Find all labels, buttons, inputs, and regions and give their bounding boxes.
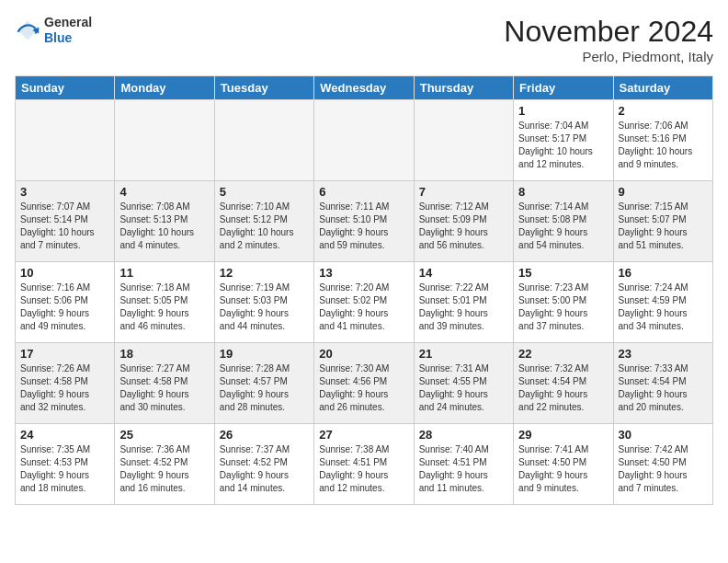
day-info: Sunrise: 7:38 AM Sunset: 4:51 PM Dayligh… [319, 443, 408, 495]
day-info: Sunrise: 7:35 AM Sunset: 4:53 PM Dayligh… [20, 443, 109, 495]
day-number: 13 [319, 266, 408, 280]
day-info: Sunrise: 7:26 AM Sunset: 4:58 PM Dayligh… [20, 362, 109, 414]
day-number: 8 [518, 185, 608, 199]
calendar-day-cell: 26Sunrise: 7:37 AM Sunset: 4:52 PM Dayli… [214, 424, 313, 505]
day-info: Sunrise: 7:24 AM Sunset: 4:59 PM Dayligh… [619, 282, 708, 333]
day-number: 29 [518, 428, 608, 442]
calendar-day-cell: 28Sunrise: 7:40 AM Sunset: 4:51 PM Dayli… [414, 424, 513, 505]
calendar-day-cell: 2Sunrise: 7:06 AM Sunset: 5:16 PM Daylig… [613, 100, 712, 181]
day-info: Sunrise: 7:15 AM Sunset: 5:07 PM Dayligh… [619, 201, 708, 252]
calendar-day-cell: 16Sunrise: 7:24 AM Sunset: 4:59 PM Dayli… [613, 262, 712, 343]
day-info: Sunrise: 7:41 AM Sunset: 4:50 PM Dayligh… [518, 443, 608, 495]
calendar-day-cell: 7Sunrise: 7:12 AM Sunset: 5:09 PM Daylig… [414, 181, 513, 262]
day-info: Sunrise: 7:23 AM Sunset: 5:00 PM Dayligh… [518, 282, 608, 333]
day-number: 27 [319, 428, 408, 442]
calendar-day-cell: 17Sunrise: 7:26 AM Sunset: 4:58 PM Dayli… [16, 343, 115, 424]
day-info: Sunrise: 7:16 AM Sunset: 5:06 PM Dayligh… [20, 282, 109, 333]
day-number: 9 [619, 185, 708, 199]
day-number: 11 [119, 266, 209, 280]
day-number: 18 [119, 347, 209, 361]
day-info: Sunrise: 7:07 AM Sunset: 5:14 PM Dayligh… [20, 201, 109, 252]
day-info: Sunrise: 7:22 AM Sunset: 5:01 PM Dayligh… [419, 282, 508, 333]
day-info: Sunrise: 7:06 AM Sunset: 5:16 PM Dayligh… [619, 120, 708, 171]
calendar-week-row: 3Sunrise: 7:07 AM Sunset: 5:14 PM Daylig… [16, 181, 713, 262]
day-info: Sunrise: 7:37 AM Sunset: 4:52 PM Dayligh… [220, 443, 309, 495]
day-info: Sunrise: 7:31 AM Sunset: 4:55 PM Dayligh… [419, 362, 508, 414]
day-info: Sunrise: 7:20 AM Sunset: 5:02 PM Dayligh… [319, 282, 408, 333]
logo-text: General Blue [44, 15, 92, 46]
day-number: 26 [220, 428, 309, 442]
day-info: Sunrise: 7:42 AM Sunset: 4:50 PM Dayligh… [619, 443, 708, 495]
month-title: November 2024 [504, 15, 713, 49]
calendar-day-cell: 30Sunrise: 7:42 AM Sunset: 4:50 PM Dayli… [613, 424, 712, 505]
weekday-header: Monday [115, 76, 214, 100]
calendar-day-cell [314, 100, 414, 181]
day-info: Sunrise: 7:30 AM Sunset: 4:56 PM Dayligh… [319, 362, 408, 414]
weekday-header: Friday [514, 76, 613, 100]
day-info: Sunrise: 7:18 AM Sunset: 5:05 PM Dayligh… [119, 282, 209, 333]
calendar-day-cell: 22Sunrise: 7:32 AM Sunset: 4:54 PM Dayli… [514, 343, 613, 424]
day-number: 30 [619, 428, 708, 442]
weekday-header: Thursday [414, 76, 513, 100]
calendar-day-cell: 27Sunrise: 7:38 AM Sunset: 4:51 PM Dayli… [314, 424, 414, 505]
calendar-day-cell: 10Sunrise: 7:16 AM Sunset: 5:06 PM Dayli… [16, 262, 115, 343]
day-info: Sunrise: 7:12 AM Sunset: 5:09 PM Dayligh… [419, 201, 508, 252]
calendar-day-cell: 11Sunrise: 7:18 AM Sunset: 5:05 PM Dayli… [115, 262, 214, 343]
day-info: Sunrise: 7:40 AM Sunset: 4:51 PM Dayligh… [419, 443, 508, 495]
calendar-day-cell: 25Sunrise: 7:36 AM Sunset: 4:52 PM Dayli… [115, 424, 214, 505]
day-number: 24 [20, 428, 109, 442]
calendar-day-cell: 14Sunrise: 7:22 AM Sunset: 5:01 PM Dayli… [414, 262, 513, 343]
day-info: Sunrise: 7:32 AM Sunset: 4:54 PM Dayligh… [518, 362, 608, 414]
day-number: 3 [20, 185, 109, 199]
calendar-day-cell: 1Sunrise: 7:04 AM Sunset: 5:17 PM Daylig… [514, 100, 613, 181]
day-number: 25 [119, 428, 209, 442]
calendar-week-row: 17Sunrise: 7:26 AM Sunset: 4:58 PM Dayli… [16, 343, 713, 424]
location: Perlo, Piedmont, Italy [504, 49, 713, 64]
day-info: Sunrise: 7:28 AM Sunset: 4:57 PM Dayligh… [220, 362, 309, 414]
day-info: Sunrise: 7:27 AM Sunset: 4:58 PM Dayligh… [119, 362, 209, 414]
calendar-day-cell: 20Sunrise: 7:30 AM Sunset: 4:56 PM Dayli… [314, 343, 414, 424]
day-number: 15 [518, 266, 608, 280]
day-number: 22 [518, 347, 608, 361]
day-number: 17 [20, 347, 109, 361]
day-number: 23 [619, 347, 708, 361]
calendar-day-cell: 6Sunrise: 7:11 AM Sunset: 5:10 PM Daylig… [314, 181, 414, 262]
day-number: 21 [419, 347, 508, 361]
logo-blue: Blue [44, 30, 92, 46]
day-info: Sunrise: 7:08 AM Sunset: 5:13 PM Dayligh… [119, 201, 209, 252]
calendar-header-row: SundayMondayTuesdayWednesdayThursdayFrid… [16, 76, 713, 100]
logo: General Blue [15, 15, 92, 46]
calendar-table: SundayMondayTuesdayWednesdayThursdayFrid… [15, 75, 713, 505]
calendar-day-cell: 3Sunrise: 7:07 AM Sunset: 5:14 PM Daylig… [16, 181, 115, 262]
day-number: 16 [619, 266, 708, 280]
calendar-day-cell: 8Sunrise: 7:14 AM Sunset: 5:08 PM Daylig… [514, 181, 613, 262]
weekday-header: Wednesday [314, 76, 414, 100]
day-number: 20 [319, 347, 408, 361]
day-number: 1 [518, 104, 608, 118]
calendar-day-cell: 12Sunrise: 7:19 AM Sunset: 5:03 PM Dayli… [214, 262, 313, 343]
day-number: 6 [319, 185, 408, 199]
calendar-week-row: 24Sunrise: 7:35 AM Sunset: 4:53 PM Dayli… [16, 424, 713, 505]
calendar-day-cell [214, 100, 313, 181]
day-number: 14 [419, 266, 508, 280]
day-number: 2 [619, 104, 708, 118]
day-info: Sunrise: 7:11 AM Sunset: 5:10 PM Dayligh… [319, 201, 408, 252]
calendar-day-cell: 5Sunrise: 7:10 AM Sunset: 5:12 PM Daylig… [214, 181, 313, 262]
day-info: Sunrise: 7:04 AM Sunset: 5:17 PM Dayligh… [518, 120, 608, 171]
day-info: Sunrise: 7:10 AM Sunset: 5:12 PM Dayligh… [220, 201, 309, 252]
day-info: Sunrise: 7:33 AM Sunset: 4:54 PM Dayligh… [619, 362, 708, 414]
calendar-day-cell: 23Sunrise: 7:33 AM Sunset: 4:54 PM Dayli… [613, 343, 712, 424]
day-number: 5 [220, 185, 309, 199]
calendar-day-cell [115, 100, 214, 181]
calendar-day-cell: 9Sunrise: 7:15 AM Sunset: 5:07 PM Daylig… [613, 181, 712, 262]
title-block: November 2024 Perlo, Piedmont, Italy [504, 15, 713, 64]
day-number: 28 [419, 428, 508, 442]
day-info: Sunrise: 7:14 AM Sunset: 5:08 PM Dayligh… [518, 201, 608, 252]
logo-icon [15, 17, 40, 43]
calendar-day-cell: 19Sunrise: 7:28 AM Sunset: 4:57 PM Dayli… [214, 343, 313, 424]
weekday-header: Saturday [613, 76, 712, 100]
calendar-day-cell: 29Sunrise: 7:41 AM Sunset: 4:50 PM Dayli… [514, 424, 613, 505]
weekday-header: Sunday [16, 76, 115, 100]
logo-general: General [44, 15, 92, 30]
day-info: Sunrise: 7:19 AM Sunset: 5:03 PM Dayligh… [220, 282, 309, 333]
